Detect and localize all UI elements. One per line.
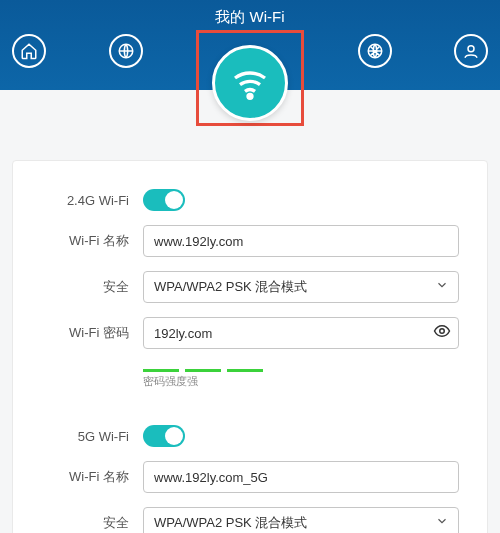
svg-point-3 bbox=[248, 94, 252, 98]
wifi24-password-input[interactable] bbox=[143, 317, 459, 349]
settings-panel: 2.4G Wi-Fi Wi-Fi 名称 安全 WPA/WPA2 PSK 混合模式… bbox=[12, 160, 488, 533]
password-strength-meter bbox=[143, 369, 459, 372]
wifi24-name-input[interactable] bbox=[143, 225, 459, 257]
eye-icon[interactable] bbox=[433, 322, 451, 344]
wifi24-security-label: 安全 bbox=[25, 278, 143, 296]
wifi24-toggle[interactable] bbox=[143, 189, 185, 211]
wifi5-security-select[interactable]: WPA/WPA2 PSK 混合模式 bbox=[143, 507, 459, 533]
wifi5-security-label: 安全 bbox=[25, 514, 143, 532]
wifi24-toggle-label: 2.4G Wi-Fi bbox=[25, 193, 143, 208]
wifi5-toggle[interactable] bbox=[143, 425, 185, 447]
wifi5-name-label: Wi-Fi 名称 bbox=[25, 468, 143, 486]
svg-point-4 bbox=[440, 329, 445, 334]
svg-point-2 bbox=[468, 46, 474, 52]
wifi-hero-highlight bbox=[196, 30, 304, 126]
wifi5-toggle-label: 5G Wi-Fi bbox=[25, 429, 143, 444]
profile-icon[interactable] bbox=[454, 34, 488, 68]
password-strength-label: 密码强度强 bbox=[143, 374, 459, 389]
globe-settings-icon[interactable] bbox=[358, 34, 392, 68]
wifi24-security-select[interactable]: WPA/WPA2 PSK 混合模式 bbox=[143, 271, 459, 303]
wifi5-name-input[interactable] bbox=[143, 461, 459, 493]
internet-icon[interactable] bbox=[109, 34, 143, 68]
wifi24-name-label: Wi-Fi 名称 bbox=[25, 232, 143, 250]
home-icon[interactable] bbox=[12, 34, 46, 68]
wifi-icon[interactable] bbox=[212, 45, 288, 121]
app-header: 我的 Wi-Fi bbox=[0, 0, 500, 90]
page-title: 我的 Wi-Fi bbox=[0, 8, 500, 27]
wifi24-password-label: Wi-Fi 密码 bbox=[25, 324, 143, 342]
